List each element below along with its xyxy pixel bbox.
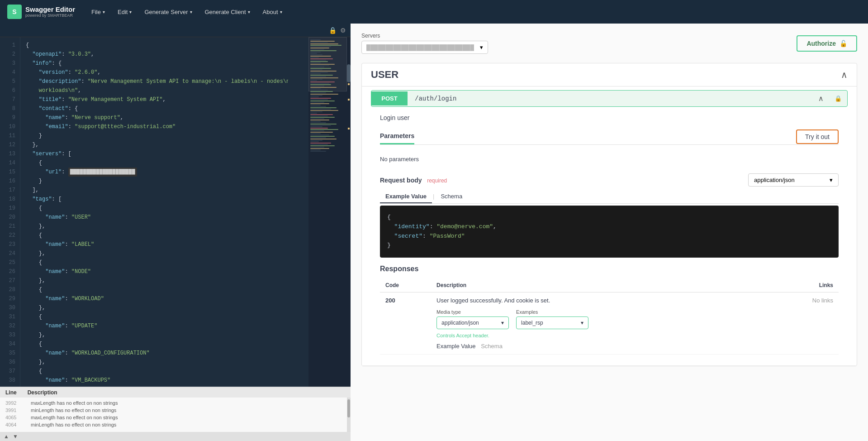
menu-item-generate-server[interactable]: Generate Server ▾ <box>139 6 197 18</box>
main-container: 🔒 ⚙ 1 2 3 4 5 6 7 8 9 10 11 12 13 14 15 … <box>0 24 868 441</box>
line-num-19: 19 <box>0 204 20 213</box>
media-type-select[interactable]: application/json ▾ <box>436 316 509 329</box>
line-num-2: 2 <box>0 50 20 59</box>
line-num-29: 29 <box>0 294 20 303</box>
swagger-panel: Servers ████████████████████████████ ▾ A… <box>351 24 868 441</box>
line-num-15: 15 <box>0 168 20 177</box>
line-num-9: 9 <box>0 113 20 122</box>
code-line: }, <box>26 276 303 285</box>
lock-icon[interactable]: 🔒 <box>329 27 337 34</box>
code-line: "name": "WORKLOAD" <box>26 294 303 303</box>
line-num-37: 37 <box>0 367 20 376</box>
line-num-28: 28 <box>0 285 20 294</box>
settings-icon[interactable]: ⚙ <box>340 27 346 34</box>
endpoint-post-auth-login: POST /auth/login ∧ 🔒 Login user Paramete… <box>362 86 857 366</box>
line-num-11: 11 <box>0 131 20 140</box>
response-media-row: Media type application/json ▾ Controls A… <box>436 309 767 338</box>
line-num-34: 34 <box>0 340 20 349</box>
line-num-12: 12 <box>0 140 20 149</box>
error-marker <box>348 128 350 129</box>
code-line: "tags": [ <box>26 195 303 204</box>
scrollbar-thumb[interactable] <box>347 64 351 82</box>
try-it-out-button[interactable]: Try it out <box>796 129 839 144</box>
response-links: No links <box>772 292 839 355</box>
minimap-content <box>308 37 347 154</box>
schema-link[interactable]: Schema <box>481 343 503 350</box>
col-links: Links <box>772 278 839 292</box>
code-line: "name": "Nerve support", <box>26 113 303 122</box>
code-line: { <box>26 312 303 321</box>
servers-group: Servers ████████████████████████████ ▾ <box>361 33 488 54</box>
line-num-13: 13 <box>0 149 20 158</box>
line-num-10: 10 <box>0 122 20 131</box>
line-num-1: 1 <box>0 41 20 50</box>
line-num-23: 23 <box>0 240 20 249</box>
navbar: S Swagger Editor powered by SMARTBEAR Fi… <box>0 0 868 24</box>
line-num-4: 4 <box>0 68 20 77</box>
code-editor[interactable]: { "openapi": "3.0.3", "info": { "version… <box>20 37 308 387</box>
required-badge: required <box>427 177 447 184</box>
error-panel-footer: ▲ ▼ <box>0 432 351 441</box>
code-line: "name": "VM_BACKUPS" <box>26 376 303 385</box>
code-line: }, <box>26 303 303 312</box>
line-num-27: 27 <box>0 276 20 285</box>
line-num-33: 33 <box>0 331 20 340</box>
tag-section-user: USER ∧ POST /auth/login ∧ 🔒 Login user P… <box>361 63 857 366</box>
request-body-row: Request body required application/json ▾ <box>380 173 839 187</box>
scroll-arrows: ▲ ▼ <box>4 433 18 440</box>
error-scroll[interactable] <box>347 398 351 432</box>
menu-item-file[interactable]: File ▾ <box>86 6 110 18</box>
media-type-group: Media type application/json ▾ Controls A… <box>436 309 509 338</box>
editor-toolbar: 🔒 ⚙ <box>0 24 351 37</box>
line-num-36: 36 <box>0 358 20 367</box>
examples-select[interactable]: label_rsp ▾ <box>516 316 588 329</box>
code-line: "servers": [ <box>26 149 303 158</box>
menu-item-about[interactable]: About ▾ <box>257 6 288 18</box>
editor-scrollbar[interactable] <box>347 37 351 387</box>
unlock-icon: 🔓 <box>840 40 847 47</box>
response-description: User logged successfully. And cookie is … <box>431 292 772 355</box>
line-num-21: 21 <box>0 222 20 231</box>
line-num-24: 24 <box>0 249 20 258</box>
endpoint-row[interactable]: POST /auth/login ∧ 🔒 <box>371 90 848 107</box>
logo-text: Swagger Editor powered by SMARTBEAR <box>25 6 75 18</box>
error-marker <box>348 99 350 101</box>
content-type-select[interactable]: application/json ▾ <box>748 173 839 187</box>
code-example-block: { "identity": "demo@nerve.com", "secret"… <box>380 206 839 258</box>
code-line: }, <box>26 140 303 149</box>
tag-header[interactable]: USER ∧ <box>362 63 857 86</box>
error-item: 3991 minLength has no effect on non stri… <box>0 407 347 414</box>
code-line: "email": "support@tttech-industrial.com" <box>26 122 303 131</box>
code-line: "name": "WORKLOAD_CONFIGURATION" <box>26 349 303 358</box>
chevron-down-icon: ▾ <box>581 320 583 326</box>
chevron-down-icon: ▾ <box>280 10 282 14</box>
code-line: workloads\n", <box>26 86 303 95</box>
tab-parameters[interactable]: Parameters <box>380 129 414 144</box>
expand-icon[interactable]: ∧ <box>813 91 829 106</box>
code-line: "url": ████████████████████ <box>26 168 303 177</box>
chevron-down-icon: ▾ <box>480 44 483 51</box>
code-line: "name": "USER" <box>26 213 303 222</box>
tab-example-value[interactable]: Example Value <box>380 190 432 203</box>
menu-item-generate-client[interactable]: Generate Client ▾ <box>199 6 256 18</box>
authorize-button[interactable]: Authorize 🔓 <box>797 35 857 52</box>
tab-schema[interactable]: Schema <box>435 190 468 203</box>
line-num-16: 16 <box>0 177 20 186</box>
code-line: { <box>26 285 303 294</box>
code-line: ], <box>26 186 303 195</box>
error-panel: Line Description 3992 maxLength has no e… <box>0 387 351 441</box>
line-num-17: 17 <box>0 186 20 195</box>
menu-item-edit[interactable]: Edit ▾ <box>112 6 137 18</box>
error-panel-header: Line Description <box>0 388 351 398</box>
error-marker <box>348 83 350 85</box>
editor-panel: 🔒 ⚙ 1 2 3 4 5 6 7 8 9 10 11 12 13 14 15 … <box>0 24 351 441</box>
scroll-down-icon[interactable]: ▼ <box>13 433 18 440</box>
lock-icon: 🔒 <box>829 91 847 105</box>
line-num-20: 20 <box>0 213 20 222</box>
line-num-26: 26 <box>0 267 20 276</box>
scroll-up-icon[interactable]: ▲ <box>4 433 9 440</box>
no-parameters: No parameters <box>380 152 839 166</box>
request-body-label: Request body required <box>380 177 447 184</box>
line-num-3: 3 <box>0 59 20 68</box>
servers-dropdown[interactable]: ████████████████████████████ ▾ <box>361 41 488 54</box>
